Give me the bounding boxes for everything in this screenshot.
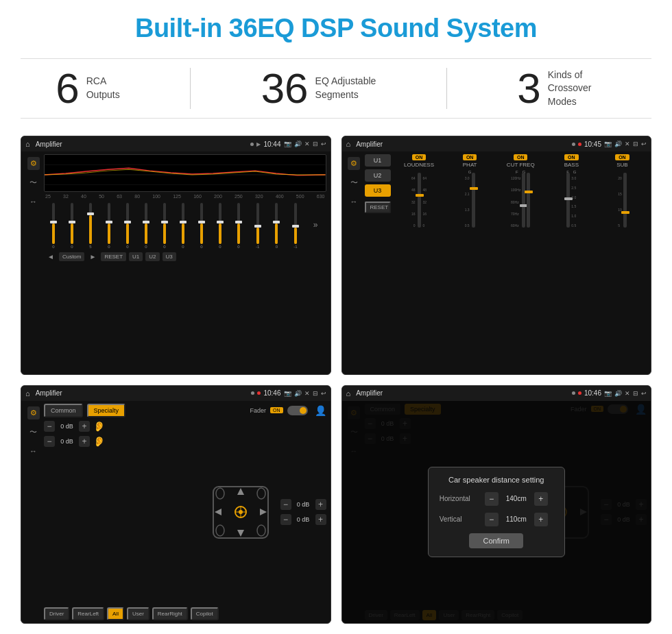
dialog-horizontal-plus[interactable]: + bbox=[534, 492, 548, 506]
divider-2 bbox=[446, 68, 447, 109]
main-title: Built-in 36EQ DSP Sound System bbox=[135, 14, 537, 43]
dialog-overlay: Car speaker distance setting Horizontal … bbox=[342, 401, 651, 624]
scale-2: G bbox=[446, 170, 494, 174]
u2-btn[interactable]: U2 bbox=[145, 252, 159, 261]
channel-row-tl: − 0 dB + 👂 bbox=[44, 421, 201, 432]
dialog-horizontal-label: Horizontal bbox=[440, 495, 481, 502]
bass-label: BASS bbox=[564, 162, 579, 168]
channel-headers: ON LOUDNESS ON PHAT ON CUT FREQ bbox=[395, 154, 647, 168]
eq-number: 36 bbox=[261, 67, 309, 110]
eq-slider-12: -1 bbox=[256, 203, 259, 249]
preset-u2[interactable]: U2 bbox=[365, 169, 391, 182]
dialog-vertical-plus[interactable]: + bbox=[534, 513, 548, 526]
dialog-horizontal-row: Horizontal − 140cm + bbox=[440, 492, 553, 506]
preset-u1[interactable]: U1 bbox=[365, 154, 391, 167]
eq-slider-1: 0 bbox=[52, 203, 55, 249]
ch-plus-2[interactable]: + bbox=[79, 436, 90, 447]
tab-specialty[interactable]: Specialty bbox=[87, 404, 126, 417]
loudness-track bbox=[418, 173, 421, 228]
preset-u3[interactable]: U3 bbox=[365, 184, 391, 197]
sub-slider-group: 2015105 bbox=[618, 176, 627, 228]
cross-reset-btn[interactable]: RESET bbox=[365, 202, 391, 213]
close-icon-2: ✕ bbox=[625, 141, 630, 147]
pos-driver[interactable]: Driver bbox=[44, 607, 69, 620]
eq-slider-9: 0 bbox=[200, 203, 203, 249]
fader-right-channels: − 0 dB + − 0 dB + bbox=[280, 421, 326, 605]
bass-slider-group: 3.02.52.01.51.00.5 bbox=[566, 176, 576, 228]
screen-crossover: ⌂ Amplifier 10:45 📷 🔊 ✕ ⊟ ↩ ⚙ 〜 ↔ bbox=[341, 136, 652, 375]
custom-btn[interactable]: Custom bbox=[59, 252, 85, 261]
fader-visual bbox=[206, 421, 275, 605]
cutfreq-label: CUT FREQ bbox=[507, 162, 535, 168]
ch-minus-2[interactable]: − bbox=[44, 436, 55, 447]
pos-rearright[interactable]: RearRight bbox=[152, 607, 188, 620]
ch-minus-1[interactable]: − bbox=[44, 421, 55, 432]
ch-phat: ON PHAT bbox=[446, 154, 494, 168]
u1-btn[interactable]: U1 bbox=[129, 252, 143, 261]
eq-icon: ⚙ bbox=[27, 157, 40, 170]
screen-eq: ⌂ Amplifier ▶ 10:44 📷 🔊 ✕ ⊟ ↩ ⚙ 〜 ↔ bbox=[21, 136, 331, 375]
status-dot-2 bbox=[572, 143, 575, 146]
ch-plus-4[interactable]: + bbox=[315, 514, 326, 525]
screen4-title: Amplifier bbox=[356, 389, 569, 397]
svg-point-15 bbox=[257, 525, 265, 536]
topbar-icons-3: 📷 🔊 ✕ ⊟ ↩ bbox=[284, 390, 326, 397]
prev-btn[interactable]: ◄ bbox=[45, 252, 56, 261]
crossover-number: 3 bbox=[517, 67, 540, 110]
pos-user[interactable]: User bbox=[127, 607, 149, 620]
dialog-vertical-minus[interactable]: − bbox=[485, 513, 499, 526]
tab-common[interactable]: Common bbox=[44, 404, 83, 417]
channel-row-bl: − 0 dB + 👂 bbox=[44, 436, 201, 447]
car-diagram-svg bbox=[210, 480, 272, 545]
back-icon-2: ↩ bbox=[641, 141, 647, 147]
crossover-label: Kinds ofCrossover Modes bbox=[548, 69, 616, 109]
feature-rca: 6 RCAOutputs bbox=[56, 67, 120, 110]
speaker-icon: ↔ bbox=[27, 195, 40, 208]
screen3-topbar: ⌂ Amplifier 10:46 📷 🔊 ✕ ⊟ ↩ bbox=[21, 386, 331, 401]
ch-plus-1[interactable]: + bbox=[79, 421, 90, 432]
eq-main: 253240506380100125160200250320400500630 … bbox=[44, 154, 326, 371]
screen2-title: Amplifier bbox=[356, 141, 569, 148]
phat-slider-group: 3.02.11.30.5 bbox=[465, 176, 475, 228]
close-icon-3: ✕ bbox=[304, 390, 310, 397]
screen-distance: ⌂ Amplifier 10:46 📷 🔊 ✕ ⊟ ↩ ⚙ 〜 ↔ bbox=[341, 385, 652, 624]
svg-point-14 bbox=[216, 525, 224, 536]
pos-all[interactable]: All bbox=[107, 607, 124, 620]
pos-rearleft[interactable]: RearLeft bbox=[72, 607, 104, 620]
on-badge-bass: ON bbox=[564, 154, 579, 160]
eq-slider-8: 0 bbox=[182, 203, 184, 249]
bass-scale: 3.02.52.01.51.00.5 bbox=[571, 176, 576, 228]
screen2-topbar: ⌂ Amplifier 10:45 📷 🔊 ✕ ⊟ ↩ bbox=[342, 136, 651, 151]
volume-icon: 🔊 bbox=[294, 141, 302, 147]
ch-plus-3[interactable]: + bbox=[315, 499, 326, 510]
reset-btn[interactable]: RESET bbox=[101, 252, 126, 261]
dialog-horizontal-minus[interactable]: − bbox=[485, 492, 499, 506]
loudness-slider-col: 644832160 644832160 bbox=[395, 176, 444, 371]
fader-toggle[interactable] bbox=[287, 406, 308, 415]
next-btn[interactable]: ► bbox=[87, 252, 98, 261]
fader-on-badge: ON bbox=[270, 407, 283, 413]
speaker-icon-2: ↔ bbox=[348, 195, 361, 208]
topbar-icons: 📷 🔊 ✕ ⊟ ↩ bbox=[284, 141, 326, 147]
confirm-button[interactable]: Confirm bbox=[469, 533, 523, 548]
eq-sliders-row: 0 0 5 0 bbox=[44, 201, 326, 249]
ch-value-1: 0 dB bbox=[58, 423, 75, 430]
sub-slider-col: 2015105 bbox=[598, 176, 647, 371]
screen3-time: 10:46 bbox=[263, 389, 280, 397]
cutfreq-track bbox=[522, 173, 525, 228]
ch-cutfreq: ON CUT FREQ bbox=[496, 154, 545, 168]
eq-slider-5: 0 bbox=[126, 203, 129, 249]
volume-icon-4: 🔊 bbox=[614, 390, 622, 397]
screen1-title: Amplifier bbox=[36, 141, 248, 148]
screen2-content: ⚙ 〜 ↔ U1 U2 U3 RESET bbox=[342, 151, 651, 374]
ch-minus-3[interactable]: − bbox=[280, 499, 291, 510]
rec-dot-4 bbox=[578, 391, 581, 395]
divider-1 bbox=[190, 68, 191, 109]
waveform-icon-2: 〜 bbox=[348, 175, 361, 190]
ch-minus-4[interactable]: − bbox=[280, 514, 291, 525]
u3-btn[interactable]: U3 bbox=[163, 252, 176, 261]
crossover-sidebar: ⚙ 〜 ↔ bbox=[346, 154, 362, 371]
cutfreq-scale: 120Hz100Hz80Hz70Hz60Hz bbox=[511, 176, 520, 228]
screen1-topbar: ⌂ Amplifier ▶ 10:44 📷 🔊 ✕ ⊟ ↩ bbox=[21, 136, 331, 151]
pos-copilot[interactable]: Copilot bbox=[191, 607, 219, 620]
